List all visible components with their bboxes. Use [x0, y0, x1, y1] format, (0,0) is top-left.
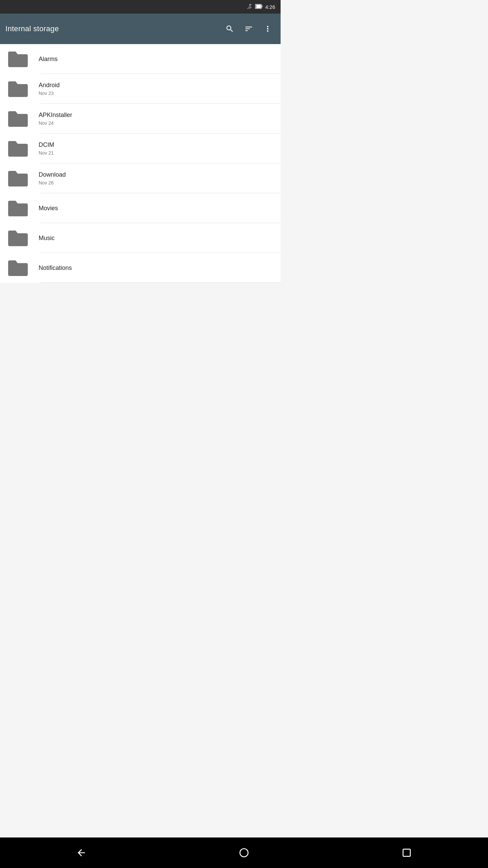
search-button[interactable] — [222, 21, 237, 36]
folder-icon — [7, 199, 28, 217]
file-info: Music — [39, 235, 55, 242]
file-name: Music — [39, 235, 55, 242]
list-item[interactable]: Android Nov 23 — [0, 74, 281, 104]
folder-icon — [7, 259, 28, 277]
list-item[interactable]: Notifications — [0, 253, 281, 283]
list-item[interactable]: Music — [0, 223, 281, 253]
file-info: Android Nov 23 — [39, 82, 60, 96]
file-name: APKInstaller — [39, 112, 72, 119]
file-name: Download — [39, 171, 66, 178]
file-list: Alarms Android Nov 23 APKInstaller Nov 2… — [0, 44, 281, 283]
folder-icon — [7, 229, 28, 247]
folder-icon — [7, 80, 28, 98]
file-info: Movies — [39, 205, 58, 212]
status-time: 4:26 — [265, 4, 275, 10]
file-name: Movies — [39, 205, 58, 212]
file-name: Notifications — [39, 264, 72, 272]
toolbar: Internal storage — [0, 14, 281, 44]
list-item[interactable]: DCIM Nov 21 — [0, 134, 281, 163]
list-item[interactable]: APKInstaller Nov 24 — [0, 104, 281, 134]
svg-rect-2 — [262, 5, 263, 7]
file-info: DCIM Nov 21 — [39, 141, 54, 156]
battery-icon — [255, 4, 263, 10]
svg-rect-1 — [256, 5, 261, 8]
folder-icon — [7, 50, 28, 68]
file-name: Android — [39, 82, 60, 89]
file-info: APKInstaller Nov 24 — [39, 112, 72, 126]
page-title: Internal storage — [5, 24, 218, 33]
status-bar: 4:26 — [0, 0, 281, 14]
folder-icon — [7, 140, 28, 157]
file-date: Nov 21 — [39, 150, 54, 156]
file-date: Nov 23 — [39, 91, 60, 96]
filter-button[interactable] — [241, 21, 256, 36]
list-item[interactable]: Download Nov 26 — [0, 163, 281, 193]
folder-icon — [7, 170, 28, 187]
list-item[interactable]: Alarms — [0, 44, 281, 74]
file-name: Alarms — [39, 56, 58, 63]
file-name: DCIM — [39, 141, 54, 149]
file-info: Alarms — [39, 56, 58, 63]
status-bar-right: 4:26 — [246, 3, 275, 11]
file-date: Nov 26 — [39, 180, 66, 185]
list-item[interactable]: Movies — [0, 193, 281, 223]
signal-off-icon — [246, 3, 252, 11]
more-options-button[interactable] — [260, 21, 275, 36]
file-info: Notifications — [39, 264, 72, 272]
file-date: Nov 24 — [39, 120, 72, 126]
folder-icon — [7, 110, 28, 127]
file-info: Download Nov 26 — [39, 171, 66, 185]
